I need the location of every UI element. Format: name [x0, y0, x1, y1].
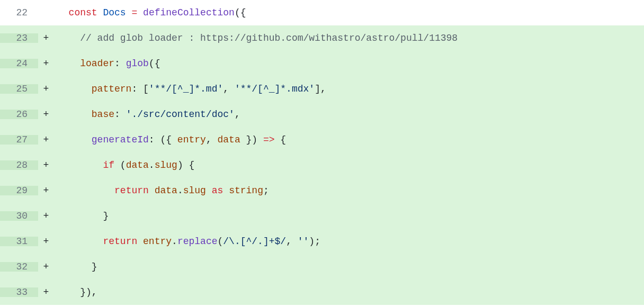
code-token: './src/content/doc': [126, 109, 235, 120]
code-token: '': [298, 236, 309, 247]
code-token: loader: [80, 58, 114, 69]
code-token: [57, 185, 114, 196]
diff-line[interactable]: 30+ }: [0, 203, 644, 229]
code-token: :: [114, 109, 126, 120]
diff-marker: +: [38, 287, 54, 297]
code-content[interactable]: base: './src/content/doc',: [54, 110, 644, 119]
code-token: ;: [263, 185, 269, 196]
diff-line[interactable]: 25+ pattern: ['**/[^_]*.md', '**/[^_]*.m…: [0, 76, 644, 102]
line-number: 30: [0, 211, 38, 221]
code-token: : ({: [149, 134, 177, 145]
diff-line[interactable]: 22 const Docs = defineCollection({: [0, 0, 644, 25]
code-token: [57, 7, 69, 18]
code-content[interactable]: pattern: ['**/[^_]*.md', '**/[^_]*.mdx']…: [54, 84, 644, 94]
code-token: [223, 185, 229, 196]
code-token: :: [114, 58, 126, 69]
code-token: );: [309, 236, 320, 247]
code-token: defineCollection: [143, 7, 235, 18]
code-token: [126, 7, 132, 18]
code-token: [57, 236, 103, 247]
code-content[interactable]: }: [54, 262, 644, 272]
code-token: entry: [177, 134, 206, 145]
code-token: // add glob loader : https://github.com/…: [80, 33, 458, 43]
diff-view: 22 const Docs = defineCollection({23+ //…: [0, 0, 644, 305]
code-token: string: [229, 185, 263, 196]
code-token: data: [217, 134, 240, 145]
code-content[interactable]: // add glob loader : https://github.com/…: [54, 33, 644, 43]
code-token: : [: [131, 84, 148, 94]
code-token: data: [155, 185, 177, 196]
diff-marker: +: [38, 186, 54, 195]
code-token: generateId: [92, 134, 149, 145]
line-number: 24: [0, 59, 38, 68]
code-token: [57, 109, 92, 120]
diff-line[interactable]: 31+ return entry.replace(/\.[^/.]+$/, ''…: [0, 229, 644, 254]
code-token: =>: [263, 134, 275, 145]
diff-marker: +: [38, 59, 54, 68]
code-content[interactable]: if (data.slug) {: [54, 160, 644, 170]
diff-line[interactable]: 27+ generateId: ({ entry, data }) => {: [0, 127, 644, 152]
diff-line[interactable]: 28+ if (data.slug) {: [0, 152, 644, 178]
diff-line[interactable]: 24+ loader: glob({: [0, 51, 644, 76]
code-token: [57, 160, 103, 170]
code-token: (: [114, 160, 126, 170]
code-token: '**/[^_]*.mdx': [235, 84, 315, 94]
code-token: ) {: [177, 160, 194, 170]
line-number: 22: [0, 8, 38, 17]
diff-line[interactable]: 29+ return data.slug as string;: [0, 178, 644, 203]
line-number: 25: [0, 84, 38, 94]
line-number: 31: [0, 237, 38, 246]
code-token: .: [172, 236, 177, 247]
code-token: [137, 236, 143, 247]
code-token: if: [103, 160, 114, 170]
code-token: as: [212, 185, 223, 196]
code-content[interactable]: return entry.replace(/\.[^/.]+$/, '');: [54, 237, 644, 246]
code-token: ({: [149, 58, 160, 69]
code-token: [206, 185, 212, 196]
diff-line[interactable]: 33+ }),: [0, 280, 644, 305]
diff-marker: +: [38, 33, 54, 43]
diff-marker: +: [38, 237, 54, 246]
code-token: ],: [315, 84, 326, 94]
line-number: 28: [0, 160, 38, 170]
code-token: ({: [235, 7, 246, 18]
code-token: entry: [143, 236, 172, 247]
code-content[interactable]: }: [54, 211, 644, 221]
code-token: Docs: [103, 7, 126, 18]
code-token: [57, 33, 80, 43]
diff-line[interactable]: 32+ }: [0, 254, 644, 280]
code-token: =: [131, 7, 137, 18]
code-token: [57, 84, 92, 94]
diff-marker: +: [38, 135, 54, 145]
code-content[interactable]: return data.slug as string;: [54, 186, 644, 195]
code-token: base: [92, 109, 114, 120]
code-token: '**/[^_]*.md': [149, 84, 223, 94]
code-token: [97, 7, 103, 18]
code-token: }: [57, 262, 97, 272]
diff-marker: +: [38, 160, 54, 170]
code-token: glob: [126, 58, 149, 69]
diff-marker: +: [38, 262, 54, 272]
diff-marker: +: [38, 110, 54, 119]
code-token: return: [103, 236, 137, 247]
code-token: .: [177, 185, 183, 196]
diff-marker: +: [38, 84, 54, 94]
code-token: data: [126, 160, 149, 170]
line-number: 29: [0, 186, 38, 195]
line-number: 32: [0, 262, 38, 272]
code-token: ,: [223, 84, 235, 94]
code-token: ,: [286, 236, 298, 247]
diff-line[interactable]: 23+ // add glob loader : https://github.…: [0, 25, 644, 51]
code-content[interactable]: loader: glob({: [54, 59, 644, 68]
code-content[interactable]: const Docs = defineCollection({: [54, 8, 644, 17]
code-token: ,: [206, 134, 218, 145]
code-content[interactable]: generateId: ({ entry, data }) => {: [54, 135, 644, 145]
code-token: /\.[^/.]+$/: [223, 236, 286, 247]
code-token: [57, 134, 92, 145]
code-token: {: [275, 134, 287, 145]
code-token: pattern: [92, 84, 132, 94]
diff-line[interactable]: 26+ base: './src/content/doc',: [0, 102, 644, 127]
code-token: (: [218, 236, 223, 247]
code-token: slug: [183, 185, 206, 196]
code-content[interactable]: }),: [54, 287, 644, 297]
